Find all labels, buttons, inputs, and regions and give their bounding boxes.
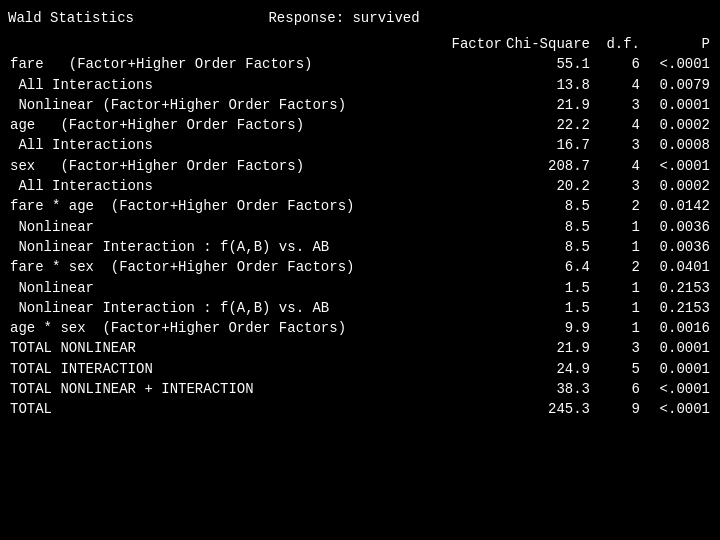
table-row: age (Factor+Higher Order Factors)22.240.… (8, 115, 712, 135)
cell-factor: fare (Factor+Higher Order Factors) (8, 54, 504, 74)
table-row: All Interactions20.230.0002 (8, 176, 712, 196)
cell-df: 3 (592, 338, 642, 358)
cell-chi: 8.5 (504, 196, 592, 216)
cell-df: 2 (592, 257, 642, 277)
table-row: Nonlinear Interaction : f(A,B) vs. AB8.5… (8, 237, 712, 257)
table-header: Factor Chi-Square d.f. P (8, 34, 712, 54)
cell-chi: 8.5 (504, 217, 592, 237)
cell-df: 4 (592, 75, 642, 95)
cell-factor: TOTAL INTERACTION (8, 359, 504, 379)
cell-p: 0.0001 (642, 359, 712, 379)
cell-chi: 21.9 (504, 338, 592, 358)
cell-factor: Nonlinear (8, 278, 504, 298)
cell-p: 0.0001 (642, 95, 712, 115)
cell-df: 1 (592, 237, 642, 257)
cell-factor: Nonlinear Interaction : f(A,B) vs. AB (8, 298, 504, 318)
cell-factor: fare * sex (Factor+Higher Order Factors) (8, 257, 504, 277)
cell-df: 3 (592, 135, 642, 155)
header-factor: Factor (8, 34, 504, 54)
cell-df: 9 (592, 399, 642, 419)
cell-factor: age * sex (Factor+Higher Order Factors) (8, 318, 504, 338)
cell-df: 5 (592, 359, 642, 379)
cell-p: <.0001 (642, 379, 712, 399)
cell-chi: 1.5 (504, 298, 592, 318)
cell-df: 2 (592, 196, 642, 216)
cell-chi: 24.9 (504, 359, 592, 379)
cell-p: 0.0036 (642, 217, 712, 237)
cell-p: 0.0142 (642, 196, 712, 216)
cell-chi: 9.9 (504, 318, 592, 338)
header-df: d.f. (592, 34, 642, 54)
table-row: TOTAL245.39<.0001 (8, 399, 712, 419)
cell-factor: Nonlinear (Factor+Higher Order Factors) (8, 95, 504, 115)
cell-chi: 208.7 (504, 156, 592, 176)
cell-p: 0.0002 (642, 176, 712, 196)
cell-p: <.0001 (642, 399, 712, 419)
cell-chi: 20.2 (504, 176, 592, 196)
cell-p: 0.0002 (642, 115, 712, 135)
table-row: Nonlinear (Factor+Higher Order Factors)2… (8, 95, 712, 115)
cell-p: 0.2153 (642, 278, 712, 298)
cell-p: <.0001 (642, 156, 712, 176)
header-p: P (642, 34, 712, 54)
cell-factor: Nonlinear Interaction : f(A,B) vs. AB (8, 237, 504, 257)
cell-factor: All Interactions (8, 135, 504, 155)
cell-chi: 8.5 (504, 237, 592, 257)
cell-factor: sex (Factor+Higher Order Factors) (8, 156, 504, 176)
cell-df: 4 (592, 156, 642, 176)
cell-factor: fare * age (Factor+Higher Order Factors) (8, 196, 504, 216)
table-row: TOTAL NONLINEAR + INTERACTION38.36<.0001 (8, 379, 712, 399)
cell-factor: All Interactions (8, 75, 504, 95)
cell-p: 0.2153 (642, 298, 712, 318)
cell-chi: 16.7 (504, 135, 592, 155)
cell-df: 3 (592, 95, 642, 115)
cell-df: 6 (592, 379, 642, 399)
table-row: Nonlinear8.510.0036 (8, 217, 712, 237)
cell-chi: 22.2 (504, 115, 592, 135)
table-row: age * sex (Factor+Higher Order Factors)9… (8, 318, 712, 338)
cell-p: 0.0001 (642, 338, 712, 358)
cell-df: 3 (592, 176, 642, 196)
table-row: All Interactions16.730.0008 (8, 135, 712, 155)
table-row: TOTAL INTERACTION24.950.0001 (8, 359, 712, 379)
cell-chi: 21.9 (504, 95, 592, 115)
cell-chi: 38.3 (504, 379, 592, 399)
cell-chi: 13.8 (504, 75, 592, 95)
table-row: fare * sex (Factor+Higher Order Factors)… (8, 257, 712, 277)
table-row: fare * age (Factor+Higher Order Factors)… (8, 196, 712, 216)
cell-factor: TOTAL (8, 399, 504, 419)
header-chi: Chi-Square (504, 34, 592, 54)
cell-factor: All Interactions (8, 176, 504, 196)
cell-chi: 245.3 (504, 399, 592, 419)
title-line: Wald Statistics Response: survived (8, 10, 712, 26)
cell-factor: TOTAL NONLINEAR (8, 338, 504, 358)
cell-df: 1 (592, 217, 642, 237)
cell-factor: age (Factor+Higher Order Factors) (8, 115, 504, 135)
table-row: All Interactions13.840.0079 (8, 75, 712, 95)
cell-df: 4 (592, 115, 642, 135)
cell-chi: 6.4 (504, 257, 592, 277)
cell-df: 1 (592, 278, 642, 298)
table-row: Nonlinear Interaction : f(A,B) vs. AB1.5… (8, 298, 712, 318)
cell-p: 0.0401 (642, 257, 712, 277)
cell-p: 0.0016 (642, 318, 712, 338)
table-row: sex (Factor+Higher Order Factors)208.74<… (8, 156, 712, 176)
table-row: Nonlinear1.510.2153 (8, 278, 712, 298)
cell-chi: 55.1 (504, 54, 592, 74)
cell-p: 0.0036 (642, 237, 712, 257)
cell-df: 1 (592, 318, 642, 338)
table-row: fare (Factor+Higher Order Factors)55.16<… (8, 54, 712, 74)
cell-factor: TOTAL NONLINEAR + INTERACTION (8, 379, 504, 399)
cell-chi: 1.5 (504, 278, 592, 298)
cell-p: 0.0079 (642, 75, 712, 95)
cell-p: 0.0008 (642, 135, 712, 155)
cell-p: <.0001 (642, 54, 712, 74)
cell-df: 1 (592, 298, 642, 318)
table-row: TOTAL NONLINEAR21.930.0001 (8, 338, 712, 358)
cell-df: 6 (592, 54, 642, 74)
cell-factor: Nonlinear (8, 217, 504, 237)
